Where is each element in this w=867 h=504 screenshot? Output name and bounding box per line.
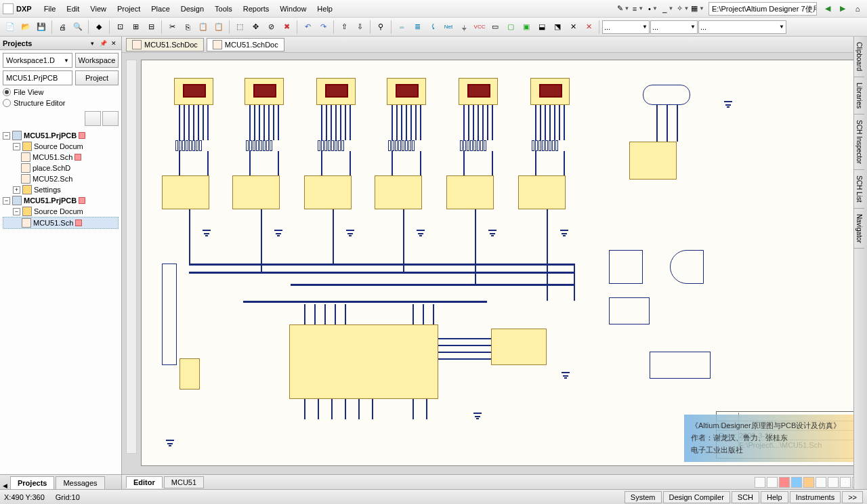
- circuit-block-2[interactable]: [609, 297, 650, 324]
- redo-icon[interactable]: ↷: [316, 20, 331, 35]
- netlabel-icon[interactable]: Net: [441, 20, 456, 35]
- compile-icon[interactable]: ◆: [91, 20, 106, 35]
- resistor-array-2[interactable]: [246, 140, 272, 151]
- tab-mcu51[interactable]: MCU51: [164, 476, 204, 488]
- split-v-icon[interactable]: [840, 477, 851, 488]
- bus-icon[interactable]: ≣: [410, 20, 425, 35]
- driver-ic-3[interactable]: [304, 175, 352, 209]
- resistor-array-4[interactable]: [388, 140, 415, 151]
- menu-place[interactable]: Place: [146, 2, 175, 16]
- status-instruments[interactable]: Instruments: [790, 491, 841, 503]
- port-icon[interactable]: ⬓: [534, 20, 549, 35]
- crystal-osc[interactable]: [179, 358, 200, 390]
- seven-seg-5[interactable]: [459, 78, 498, 105]
- resistor-array-3[interactable]: [318, 140, 344, 151]
- path-combo[interactable]: E:\Project\Altium Designer 7使用: [709, 2, 817, 16]
- doc-tab-2[interactable]: MCU51.SchDoc: [207, 38, 284, 51]
- status-system[interactable]: System: [625, 491, 662, 503]
- hierarchy-up-icon[interactable]: ⇧: [337, 20, 352, 35]
- seven-seg-3[interactable]: [316, 78, 356, 105]
- driver-ic-1[interactable]: [162, 175, 209, 209]
- sheet-icon[interactable]: ▢: [503, 20, 518, 35]
- rs232-ic[interactable]: [629, 142, 677, 180]
- project-button[interactable]: Project: [75, 70, 119, 85]
- zoom-fit-icon[interactable]: ⊡: [112, 20, 127, 35]
- split-h-icon[interactable]: [828, 477, 839, 488]
- panel-pin-icon[interactable]: 📌: [98, 39, 108, 48]
- seven-seg-1[interactable]: [174, 78, 213, 105]
- driver-ic-4[interactable]: [375, 175, 422, 209]
- hierarchy-dn-icon[interactable]: ⇩: [352, 20, 367, 35]
- tab-editor[interactable]: Editor: [126, 476, 163, 488]
- tree-project-2[interactable]: −MCU51.PrjPCB: [3, 195, 119, 206]
- gate-1[interactable]: [670, 250, 704, 284]
- zoom-area-icon[interactable]: ⊞: [128, 20, 143, 35]
- side-tab-schlist[interactable]: SCH List: [854, 170, 864, 208]
- status-compiler[interactable]: Design Compiler: [663, 491, 730, 503]
- lines-icon[interactable]: ≡▼: [631, 2, 645, 16]
- driver-ic-5[interactable]: [446, 175, 494, 209]
- driver-ic-2[interactable]: [232, 175, 280, 209]
- tree-source-1[interactable]: −Source Docum: [3, 141, 119, 152]
- schematic-canvas[interactable]: Ask Date:2009-3-18 E:\Project\...\MCU51.…: [122, 53, 867, 474]
- home-icon[interactable]: ⌂: [851, 2, 864, 16]
- crossprobe-icon[interactable]: ⚲: [373, 20, 388, 35]
- panel-menu-icon[interactable]: ▾: [87, 39, 97, 48]
- paste2-icon[interactable]: 📋: [211, 20, 226, 35]
- zoom-sel-icon[interactable]: ⊟: [144, 20, 158, 35]
- busjoin-icon[interactable]: ⤹: [425, 20, 440, 35]
- star-icon[interactable]: ✧▼: [676, 2, 690, 16]
- mcu-8051[interactable]: [289, 324, 438, 399]
- tab-messages[interactable]: Messages: [56, 476, 104, 489]
- tree-tool-1[interactable]: [85, 111, 101, 126]
- select-icon[interactable]: ⬚: [232, 20, 247, 35]
- filter-blue-icon[interactable]: [791, 477, 802, 488]
- tree-settings[interactable]: +Settings: [3, 184, 119, 195]
- side-tab-inspector[interactable]: SCH Inspector: [854, 114, 864, 170]
- status-sch[interactable]: SCH: [732, 491, 759, 503]
- gnd-icon[interactable]: ⏚: [457, 20, 471, 35]
- side-tab-clipboard[interactable]: Clipboard: [854, 37, 864, 77]
- tree-file-4[interactable]: MCU51.Sch: [3, 217, 119, 229]
- menu-help[interactable]: Help: [312, 2, 338, 16]
- latch-ic[interactable]: [491, 329, 547, 365]
- power-circuit[interactable]: [650, 352, 711, 379]
- crystal-circuit[interactable]: [162, 264, 177, 365]
- file-view-radio[interactable]: File View: [3, 88, 119, 96]
- status-more[interactable]: >>: [842, 491, 863, 503]
- nav-fwd-icon[interactable]: ▶: [836, 2, 849, 16]
- clear-filter-icon[interactable]: [816, 477, 826, 488]
- save-icon[interactable]: 💾: [34, 20, 49, 35]
- menu-window[interactable]: Window: [274, 2, 312, 16]
- driver-ic-6[interactable]: [518, 175, 566, 209]
- wire-icon[interactable]: ⎓: [394, 20, 409, 35]
- menu-view[interactable]: View: [85, 2, 112, 16]
- deselect-icon[interactable]: ⊘: [263, 20, 278, 35]
- tab-projects[interactable]: Projects: [10, 476, 54, 489]
- menu-reports[interactable]: Reports: [238, 2, 275, 16]
- move-icon[interactable]: ✥: [248, 20, 263, 35]
- new-icon[interactable]: 📄: [3, 20, 18, 35]
- workspace-combo[interactable]: Workspace1.D▼: [3, 53, 72, 68]
- doc-tab-1[interactable]: MCU51.SchDoc: [126, 38, 204, 51]
- print-icon[interactable]: 🖨: [55, 20, 70, 35]
- side-tab-navigator[interactable]: Navigator: [854, 209, 864, 249]
- circuit-block-1[interactable]: [609, 250, 643, 284]
- port2-icon[interactable]: ⬔: [550, 20, 565, 35]
- resistor-array-5[interactable]: [460, 140, 486, 151]
- status-help[interactable]: Help: [761, 491, 788, 503]
- schematic-sheet[interactable]: Ask Date:2009-3-18 E:\Project\...\MCU51.…: [141, 60, 867, 466]
- noecr2-icon[interactable]: ✕: [581, 20, 596, 35]
- part-icon[interactable]: ▭: [488, 20, 503, 35]
- workspace-button[interactable]: Workspace: [75, 53, 119, 68]
- seven-seg-6[interactable]: [530, 78, 570, 105]
- side-tab-libraries[interactable]: Libraries: [854, 77, 864, 114]
- structure-editor-radio[interactable]: Structure Editor: [3, 99, 119, 107]
- seven-seg-4[interactable]: [387, 78, 426, 105]
- menu-project[interactable]: Project: [112, 2, 146, 16]
- filter-orange-icon[interactable]: [803, 477, 814, 488]
- tree-file-3[interactable]: MCU52.Sch: [3, 173, 119, 184]
- undo-icon[interactable]: ↶: [300, 20, 315, 35]
- menu-edit[interactable]: Edit: [61, 2, 85, 16]
- tree-file-1[interactable]: MCU51.Sch: [3, 152, 119, 163]
